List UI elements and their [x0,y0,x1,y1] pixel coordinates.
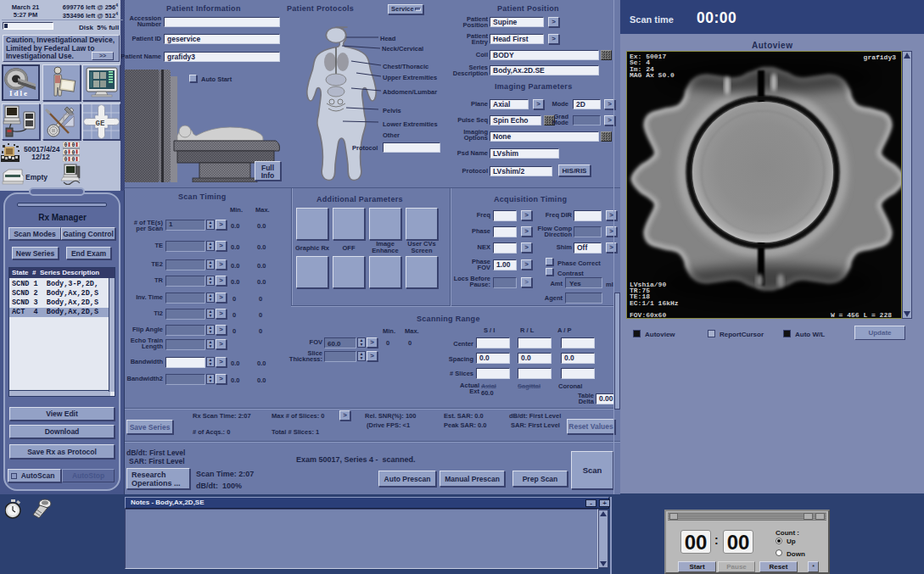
svg-text:0: 0 [72,150,76,156]
svg-text:0: 0 [72,142,76,148]
svg-text:0: 0 [64,150,68,156]
svg-text:0: 0 [72,157,76,162]
svg-text:Idle: Idle [9,89,29,98]
svg-text:0: 0 [64,157,68,162]
svg-text:0: 0 [64,142,68,148]
svg-text:GE: GE [96,120,105,128]
